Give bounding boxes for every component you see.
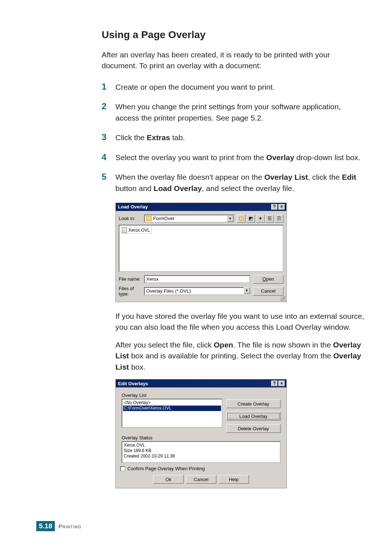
dialog-title: Load Overlay [118,204,271,210]
status-line: Size 189.6 KB [124,448,278,454]
dialog-titlebar[interactable]: Edit Overlays ? × [116,379,286,387]
resize-grip-icon[interactable] [281,296,286,301]
desktop-icon[interactable]: ◩ [246,215,255,223]
cancel-button[interactable]: Cancel [186,475,216,484]
overlay-status-label: Overlay Status [122,435,281,440]
up-one-level-icon[interactable] [237,215,246,223]
step-3-text: Click the Extras tab. [115,132,367,143]
file-name-input[interactable]: Xerox [144,275,250,283]
folder-icon [146,216,152,221]
overlay-list-label: Overlay List [122,393,281,398]
chevron-down-icon[interactable]: ▼ [227,215,233,222]
confirm-label: Confirm Page Overlay When Printing [127,466,205,471]
cancel-button[interactable]: Cancel [253,287,283,296]
open-button[interactable]: Open [253,275,283,284]
page-number-badge: 5.18 [36,521,55,531]
confirm-checkbox-row[interactable]: Confirm Page Overlay When Printing [120,466,282,471]
help-icon[interactable]: ? [271,204,278,210]
list-view-icon[interactable]: ☰ [265,215,274,223]
confirm-checkbox[interactable] [120,466,125,471]
ovl-file-icon [122,227,127,233]
page-heading: Using a Page Overlay [102,29,367,41]
step-4-number: 4 [102,152,115,163]
chevron-down-icon[interactable]: ▼ [244,287,250,294]
paragraph-open-instruction: After you select the file, click Open. T… [115,339,367,373]
file-item-label: Xerox.OVL [128,228,150,233]
file-list[interactable]: Xerox.OVL [119,225,283,272]
details-view-icon[interactable]: ☶ [275,215,283,223]
intro-paragraph: After an overlay has been created, it is… [102,49,367,72]
step-2-text: When you change the print settings from … [115,101,367,123]
look-in-combo[interactable]: FormOver ▼ [144,215,234,223]
step-2-number: 2 [102,101,115,112]
close-icon[interactable]: × [278,381,285,386]
section-label: Printing [58,523,81,529]
new-folder-icon[interactable]: ✶ [256,215,265,223]
overlay-status-box: Xerox.OVL Size 189.6 KB Created 2002-10-… [122,441,281,463]
status-line: Xerox.OVL [124,443,278,448]
step-1-number: 1 [102,82,115,92]
step-5: 5 When the overlay file doesn't appear o… [102,172,367,194]
close-icon[interactable]: × [278,204,285,210]
page-footer: 5.18 Printing [36,521,81,531]
ok-button[interactable]: Ok [153,475,184,484]
step-4: 4 Select the overlay you want to print f… [102,152,367,163]
dialog-title: Edit Overlays [118,381,271,386]
edit-overlays-dialog: Edit Overlays ? × Overlay List <No Overl… [115,379,287,488]
overlay-listbox[interactable]: <No Overlay> C:\FormOver\Xerox.OVL [122,399,222,428]
create-overlay-button[interactable]: Create Overlay [226,399,281,408]
delete-overlay-button[interactable]: Delete Overlay [226,424,281,433]
load-overlay-dialog: Load Overlay ? × Look in: FormOver ▼ ◩ ✶ [115,203,287,302]
file-item[interactable]: Xerox.OVL [121,227,152,233]
step-4-text: Select the overlay you want to print fro… [115,152,367,163]
list-item[interactable]: C:\FormOver\Xerox.OVL [123,406,221,411]
step-5-text: When the overlay file doesn't appear on … [115,172,367,194]
help-icon[interactable]: ? [271,381,278,386]
file-type-label: Files of type: [119,286,144,297]
step-3-number: 3 [102,132,115,143]
look-in-value: FormOver [153,216,175,221]
step-2: 2 When you change the print settings fro… [102,101,367,123]
step-5-number: 5 [102,172,115,182]
help-button[interactable]: Help [219,475,249,484]
dialog-titlebar[interactable]: Load Overlay ? × [116,203,286,211]
paragraph-after-dialog1: If you have stored the overlay file you … [115,311,367,333]
file-type-combo[interactable]: Overlay Files (*.OVL) [144,287,244,295]
look-in-label: Look in: [119,216,144,221]
step-3: 3 Click the Extras tab. [102,132,367,143]
list-item[interactable]: <No Overlay> [123,400,221,406]
file-name-label: File name: [119,276,144,282]
status-line: Created 2002-10-29 11:38 [124,454,278,459]
step-1: 1 Create or open the document you want t… [102,82,367,93]
step-1-text: Create or open the document you want to … [115,82,367,93]
load-overlay-button[interactable]: Load Overlay [226,412,281,420]
